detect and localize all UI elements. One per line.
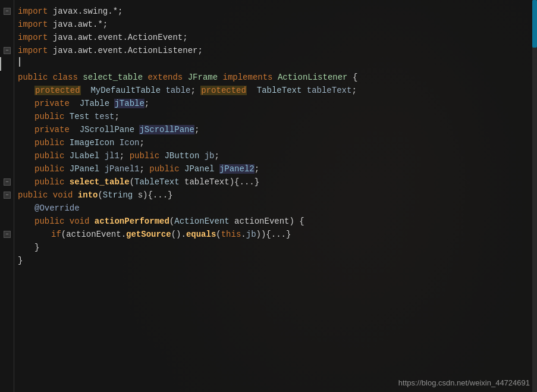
token-type-name: JButton: [164, 151, 204, 161]
token-type-name: TableText: [257, 86, 307, 95]
token-kw-void: void: [70, 217, 95, 226]
token-kw-import: import: [18, 7, 53, 16]
line-text: public void into(String s){...}: [14, 189, 527, 202]
token-var-name: Icon: [120, 138, 140, 148]
fold-placeholder: [4, 87, 11, 94]
fold-button[interactable]: −: [4, 8, 11, 15]
line-gutter: −: [0, 8, 14, 15]
token-plain: ){...}: [230, 177, 259, 187]
fold-button[interactable]: −: [4, 178, 11, 186]
vertical-scrollbar[interactable]: [532, 0, 537, 392]
line-gutter: [0, 21, 14, 28]
token-kw-if: if: [51, 230, 61, 239]
token-import-path: java.awt.*;: [53, 20, 108, 29]
token-plain: )){...}: [256, 230, 291, 239]
token-plain: ;: [255, 164, 259, 174]
fold-placeholder: [4, 74, 11, 81]
token-param-name: actionEvent: [66, 230, 121, 239]
fold-placeholder: [4, 21, 11, 28]
line-text: @Override: [14, 202, 527, 215]
token-plain: ) {: [290, 217, 304, 226]
fold-placeholder: [4, 139, 11, 146]
line-text: public class select_table extends JFrame…: [14, 71, 527, 84]
token-type-name: JLabel: [70, 151, 105, 161]
token-kw-public: public: [34, 138, 70, 148]
line-gutter: [0, 113, 14, 120]
scrollbar-thumb[interactable]: [532, 0, 537, 48]
code-line: private JScrollPane jScrollPane;: [0, 123, 537, 136]
fold-button[interactable]: −: [4, 192, 11, 199]
line-text: import java.awt.event.ActionListener;: [14, 44, 527, 57]
token-plain: }: [34, 243, 39, 252]
token-plain: ;: [114, 112, 119, 121]
token-kw-public: public: [18, 190, 53, 200]
token-type-name: JPanel: [70, 164, 105, 174]
fold-button[interactable]: −: [4, 47, 11, 54]
fold-placeholder: [4, 126, 11, 133]
line-text: public Test test;: [14, 110, 527, 123]
gutter-line: [14, 0, 14, 392]
token-var-name: jl1: [105, 151, 120, 161]
line-text: private JScrollPane jScrollPane;: [14, 123, 527, 136]
token-protected-highlight: protected: [200, 86, 247, 95]
fold-placeholder: [5, 61, 12, 68]
line-text: public ImageIcon Icon;: [14, 136, 527, 149]
token-kw-extends: extends: [147, 73, 187, 82]
token-param-name: s: [138, 190, 143, 200]
token-plain: .: [241, 230, 246, 239]
token-kw-private: private: [34, 99, 70, 108]
token-plain: (: [169, 217, 174, 226]
code-line: @Override: [0, 202, 537, 215]
code-line: −public select_table(TableText tableText…: [0, 175, 537, 189]
token-import-path: javax.swing.*;: [53, 7, 123, 16]
token-kw-public: public: [34, 151, 70, 161]
line-text: [15, 57, 527, 71]
token-class-name: select_table: [83, 73, 147, 82]
line-text: import java.awt.*;: [14, 18, 527, 31]
token-interface-name: ActionListener: [278, 73, 353, 82]
token-method-name: into: [78, 190, 98, 200]
code-line: public Test test;: [0, 110, 537, 123]
fold-button[interactable]: −: [4, 231, 11, 238]
token-kw-public: public: [34, 177, 70, 187]
token-plain: ;: [139, 164, 149, 174]
token-plain: (: [98, 190, 102, 200]
token-type-name: JPanel: [184, 164, 219, 174]
token-plain: [81, 86, 91, 95]
line-gutter: [0, 205, 14, 212]
watermark: https://blog.csdn.net/weixin_44724691: [398, 378, 530, 387]
line-text: import java.awt.event.ActionEvent;: [14, 31, 527, 44]
fold-placeholder: [4, 113, 11, 120]
token-annotation: @Override: [34, 203, 80, 213]
line-gutter: [0, 257, 14, 264]
token-var-highlight: jScrollPane: [139, 125, 194, 134]
fold-placeholder: [4, 218, 11, 225]
code-line: }: [0, 254, 537, 267]
token-plain: ().: [171, 230, 186, 239]
token-type-name: MyDefaultTable: [90, 86, 165, 95]
token-type-name: ActionEvent: [174, 217, 234, 226]
code-line: −import javax.swing.*;: [0, 5, 537, 18]
token-type-name: Test: [70, 112, 95, 121]
line-gutter: [0, 34, 14, 41]
token-plain: ;: [190, 86, 200, 95]
fold-placeholder: [4, 165, 11, 173]
line-gutter: −: [0, 231, 14, 238]
token-var-name: test: [95, 112, 115, 121]
token-method-name: getSource: [126, 230, 171, 239]
line-gutter: [0, 87, 14, 94]
line-text: public void actionPerformed(ActionEvent …: [14, 215, 527, 228]
token-plain: ;: [120, 151, 130, 161]
token-plain: ;: [215, 151, 219, 161]
line-gutter: −: [0, 178, 14, 186]
token-var-name: jb: [205, 151, 215, 161]
token-plain: (: [130, 177, 134, 187]
code-content: −import javax.swing.*;import java.awt.*;…: [0, 0, 537, 272]
token-type-name: JScrollPane: [80, 125, 140, 134]
line-gutter: [0, 218, 14, 225]
token-kw-public: public: [18, 73, 53, 82]
token-plain: [70, 125, 80, 134]
code-line: −if(actionEvent.getSource().equals(this.…: [0, 228, 537, 241]
line-gutter: [0, 74, 14, 81]
token-param-name: actionEvent: [234, 217, 289, 226]
